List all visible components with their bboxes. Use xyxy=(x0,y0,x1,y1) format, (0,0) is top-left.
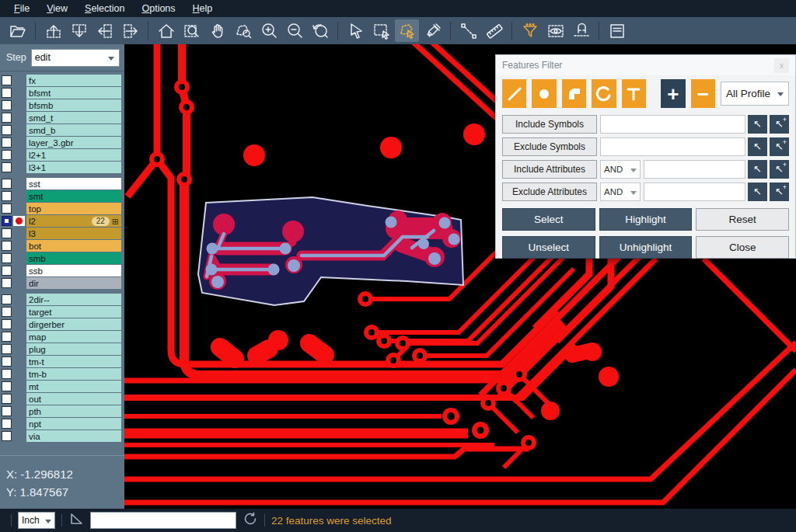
angle-measure-icon[interactable] xyxy=(68,511,84,530)
layer-row-2dir--[interactable]: 2dir-- xyxy=(2,294,121,305)
layer-row-dirgerber[interactable]: dirgerber xyxy=(2,318,121,330)
exclude-symbols-button[interactable]: Exclude Symbols xyxy=(502,137,597,156)
refresh-icon[interactable] xyxy=(243,511,258,530)
include-attributes-button[interactable]: Include Attributes xyxy=(502,160,597,179)
layer-row-layer_3.gbr[interactable]: layer_3.gbr xyxy=(2,137,121,148)
layer-name[interactable]: bfsmb xyxy=(26,99,121,111)
select-button[interactable]: Select xyxy=(502,208,595,231)
polarity-negative-button[interactable]: − xyxy=(691,79,715,108)
layer-checkbox[interactable] xyxy=(2,369,12,379)
layer-row-l3[interactable]: l3 xyxy=(2,228,121,239)
menu-view[interactable]: View xyxy=(39,2,75,16)
layer-row-dir[interactable]: dir xyxy=(2,277,121,289)
layer-name[interactable]: smt xyxy=(26,190,121,202)
features-filter-icon[interactable] xyxy=(518,19,542,42)
layer-checkbox[interactable] xyxy=(2,75,12,85)
exclude-attributes-operator-select[interactable]: AND xyxy=(600,183,641,201)
layer-checkbox[interactable] xyxy=(2,216,12,226)
zoom-out-icon[interactable] xyxy=(282,19,306,42)
pan-hand-icon[interactable] xyxy=(205,19,229,42)
snap-magnet-icon[interactable] xyxy=(569,19,593,42)
measure-ruler-icon[interactable] xyxy=(482,19,506,42)
layer-checkbox[interactable] xyxy=(2,100,12,110)
layer-checkbox[interactable] xyxy=(2,294,12,304)
step-right-icon[interactable] xyxy=(118,19,142,42)
command-input[interactable] xyxy=(90,512,236,529)
layer-name[interactable]: dir xyxy=(26,277,121,289)
layer-name[interactable]: fx xyxy=(26,75,121,86)
layer-checkbox[interactable] xyxy=(2,307,12,317)
layers-table-icon[interactable] xyxy=(605,19,629,42)
step-down-icon[interactable] xyxy=(67,19,91,42)
zoom-polygon-icon[interactable] xyxy=(231,19,255,42)
pick-add-attribute-button[interactable]: ↖+ xyxy=(770,183,789,201)
layer-name[interactable]: l2+1 xyxy=(26,149,121,161)
layer-row-bot[interactable]: bot xyxy=(2,240,121,252)
layer-name[interactable]: smb xyxy=(26,252,121,264)
layer-name[interactable]: mt xyxy=(26,381,121,392)
include-symbols-button[interactable]: Include Symbols xyxy=(502,115,597,134)
unhighlight-button[interactable]: Unhighlight xyxy=(599,236,693,259)
unit-select[interactable]: Inch xyxy=(18,512,55,529)
profile-select[interactable]: All Profile xyxy=(721,82,789,106)
filter-line-button[interactable] xyxy=(502,79,526,108)
open-icon[interactable] xyxy=(5,19,30,42)
step-up-icon[interactable] xyxy=(41,19,65,42)
layer-checkbox[interactable] xyxy=(2,381,12,391)
exclude-symbols-input[interactable] xyxy=(600,137,745,156)
layer-row-plug[interactable]: plug xyxy=(2,343,121,355)
layer-checkbox[interactable] xyxy=(2,278,12,288)
measure-distance-icon[interactable] xyxy=(456,19,480,42)
filter-text-button[interactable] xyxy=(622,79,646,108)
layer-checkbox[interactable] xyxy=(2,241,12,251)
layer-row-top[interactable]: top xyxy=(2,203,121,214)
layer-checkbox[interactable] xyxy=(2,332,12,342)
layer-name[interactable]: tm-t xyxy=(26,356,121,367)
clear-brush-icon[interactable] xyxy=(421,19,445,42)
layer-row-ssb[interactable]: ssb xyxy=(2,265,121,276)
layer-checkbox[interactable] xyxy=(2,162,12,172)
layer-row-tm-b[interactable]: tm-b xyxy=(2,368,121,380)
zoom-in-icon[interactable] xyxy=(257,19,281,42)
layer-row-target[interactable]: target xyxy=(2,306,121,318)
layer-name[interactable]: plug xyxy=(26,343,121,355)
layer-name[interactable]: 2dir-- xyxy=(26,294,121,305)
layer-name[interactable]: l222⊞ xyxy=(26,215,121,227)
layer-name[interactable]: bfsmt xyxy=(26,87,121,99)
layer-row-smt[interactable]: smt xyxy=(2,190,121,202)
layer-name[interactable]: map xyxy=(26,331,121,342)
layer-name[interactable]: out xyxy=(26,393,121,405)
layer-name[interactable]: l3 xyxy=(26,228,121,239)
exclude-attributes-input[interactable] xyxy=(644,183,745,201)
layer-row-l3+1[interactable]: l3+1 xyxy=(2,162,121,173)
reset-button[interactable]: Reset xyxy=(696,208,789,231)
layer-name[interactable]: bot xyxy=(26,240,121,252)
pick-symbol-button[interactable]: ↖ xyxy=(748,115,767,134)
layer-name[interactable]: tm-b xyxy=(26,368,121,380)
layer-checkbox[interactable] xyxy=(2,266,12,276)
layer-grid-icon[interactable]: ⊞ xyxy=(112,216,119,227)
layer-checkbox[interactable] xyxy=(2,419,12,429)
layer-name[interactable]: npt xyxy=(26,418,121,429)
layer-checkbox[interactable] xyxy=(2,228,12,238)
layer-row-tm-t[interactable]: tm-t xyxy=(2,356,121,367)
close-icon[interactable]: x xyxy=(774,58,789,73)
layer-name[interactable]: ssb xyxy=(26,265,121,276)
layer-name[interactable]: smd_b xyxy=(26,124,121,136)
layer-row-fx[interactable]: fx xyxy=(2,75,121,86)
layer-row-sst[interactable]: sst xyxy=(2,178,121,190)
layer-row-map[interactable]: map xyxy=(2,331,121,342)
include-attributes-input[interactable] xyxy=(644,160,745,179)
layer-row-pth[interactable]: pth xyxy=(2,405,121,417)
dialog-titlebar[interactable]: Features Filter x xyxy=(496,55,795,75)
layer-display-icon[interactable] xyxy=(543,19,567,42)
pick-add-attribute-button[interactable]: ↖+ xyxy=(770,160,789,179)
layer-checkbox[interactable] xyxy=(2,431,12,441)
layer-name[interactable]: via xyxy=(26,430,121,442)
layer-checkbox[interactable] xyxy=(2,356,12,367)
layer-row-out[interactable]: out xyxy=(2,393,121,405)
layer-checkbox[interactable] xyxy=(2,191,12,201)
filter-pad-button[interactable] xyxy=(532,79,556,108)
zoom-window-icon[interactable] xyxy=(180,19,204,42)
layer-row-via[interactable]: via xyxy=(2,430,121,442)
